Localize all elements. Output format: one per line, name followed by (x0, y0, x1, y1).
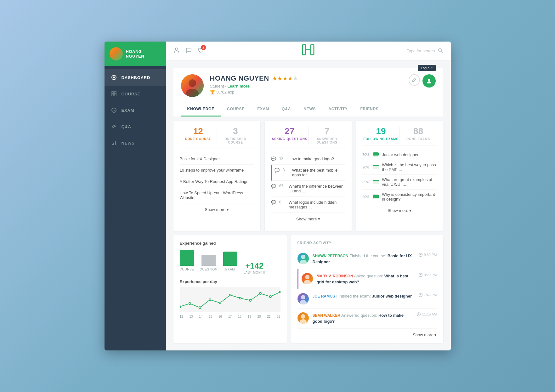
svg-point-30 (219, 302, 221, 304)
exp-per-day-title: Experience per day (180, 279, 280, 284)
unfinished-course-stat: 3 UNFINISHED COURSE (217, 127, 254, 144)
tab-friends[interactable]: FRIENDS (354, 102, 385, 116)
sidebar-username: HOANG NGUYEN (126, 49, 161, 59)
asking-label: ASKING QUESTIONS (271, 137, 308, 141)
svg-rect-4 (112, 94, 114, 96)
friend-name: SHAWN PETERSON (313, 254, 348, 258)
qa-show-more[interactable]: Show more ▾ (271, 213, 345, 225)
profile-exp: 🏆 8,782 exp (210, 90, 409, 94)
answered-questions-stat: 7 ANSWERED QUESTIONS (308, 127, 346, 144)
tab-qa[interactable]: Q&A (275, 102, 297, 116)
chart-label: 13 (189, 315, 193, 318)
star-5: ★ (293, 76, 298, 82)
signal-icon (111, 140, 117, 146)
exam-bar (373, 195, 379, 199)
topnav-icons: 2 (173, 47, 204, 55)
following-label: FOLLOWING EXAMS (362, 137, 399, 141)
list-item[interactable]: Basic for UX Designer (180, 153, 254, 165)
friend-time: 🕐 11:15 AM (416, 312, 437, 316)
chart-label: 14 (199, 315, 202, 318)
list-item[interactable]: A Better Way To Request App Ratings (180, 176, 254, 187)
profile-tabs: KNOWLEDGE COURSE EXAM Q&A NEWS ACTIVITY … (181, 102, 436, 116)
friends-show-more[interactable]: Show more ▾ (297, 329, 437, 337)
tab-activity[interactable]: ACTIVITY (322, 102, 354, 116)
list-item[interactable]: 💬 0 What logos include hidden messages .… (271, 197, 345, 213)
svg-rect-16 (303, 45, 306, 55)
notification-badge: 2 (201, 45, 206, 50)
tab-knowledge[interactable]: KNOWLEDGE (181, 102, 221, 116)
chart-label: 16 (218, 315, 222, 318)
friend-name: JOE RAMOS (313, 294, 335, 298)
done-course-stat: 12 DONE COURSE (180, 127, 217, 144)
avatar (297, 312, 309, 324)
svg-rect-13 (113, 143, 114, 145)
svg-point-36 (280, 291, 280, 293)
chart-label: 15 (209, 315, 212, 318)
profile-info: HOANG NGUYEN ★ ★ ★ ★ ★ Student · Learn m… (210, 74, 409, 94)
friend-info: JOE RAMOS Finished the exam: Junior web … (313, 293, 415, 299)
sidebar-header: HOANG NGUYEN (105, 42, 166, 66)
exam-stat-header: 19 FOLLOWING EXAMS 88 DONE EXAMS (362, 127, 437, 145)
logout-button[interactable] (422, 74, 436, 88)
qa-stat-header: 27 ASKING QUESTIONS 7 ANSWERED QUESTIONS (271, 127, 345, 149)
user-icon[interactable] (173, 47, 180, 55)
list-item[interactable]: 10 steps to Improve your wireframe (180, 165, 254, 176)
svg-point-22 (189, 79, 196, 87)
tab-news[interactable]: NEWS (297, 102, 322, 116)
list-item[interactable]: 70% Junior web designer (362, 150, 437, 160)
avatar (302, 273, 313, 284)
svg-rect-25 (180, 287, 280, 312)
svg-point-31 (229, 294, 231, 296)
exp-total-area: +142 LAST MONTH (244, 261, 265, 274)
sidebar-item-qa[interactable]: Q&A (105, 118, 166, 135)
exam-show-more[interactable]: Show more ▾ (362, 204, 437, 217)
svg-line-20 (441, 51, 443, 53)
chart-label: 18 (238, 315, 241, 318)
tab-course[interactable]: COURSE (221, 102, 251, 116)
done-exams-label: DONE EXAMS (400, 137, 437, 141)
list-item[interactable]: 💬 3 What are the best mobile apps for ..… (271, 165, 345, 181)
star-3: ★ (283, 76, 287, 82)
tab-exam[interactable]: EXAM (251, 102, 275, 116)
exam-stats-card: 19 FOLLOWING EXAMS 88 DONE EXAMS 70% (356, 121, 443, 231)
done-course-count: 12 (180, 127, 217, 136)
course-exp-bar: COURSE (180, 250, 194, 271)
friend-name: SEAN WALKER (313, 313, 341, 318)
list-item[interactable]: 20% Which is the best way to pass the PM… (362, 160, 437, 175)
edit-button[interactable] (409, 74, 420, 86)
sidebar-item-exam[interactable]: EXAM (105, 102, 166, 118)
experience-chart: 12 13 14 15 16 17 18 19 20 21 22 (180, 287, 280, 312)
list-item: MARY V. ROBINSON Asked question: What is… (297, 269, 437, 289)
sidebar-item-course[interactable]: COURSE (105, 86, 166, 102)
comment-icon[interactable] (185, 47, 192, 55)
sidebar-item-news[interactable]: NEWS (105, 135, 166, 151)
svg-rect-14 (115, 141, 116, 145)
courses-show-more[interactable]: Show more ▾ (180, 203, 254, 216)
search-area: Type for search (407, 48, 443, 54)
comment-icon: 💬 (271, 156, 276, 161)
svg-point-24 (428, 79, 430, 82)
search-icon[interactable] (438, 48, 443, 54)
search-placeholder: Type for search (407, 48, 435, 53)
grid-icon (111, 91, 117, 97)
heart-icon[interactable]: 2 (197, 47, 204, 55)
unfinished-course-count: 3 (217, 127, 254, 136)
chat-icon (111, 123, 117, 130)
star-4: ★ (288, 76, 292, 82)
svg-line-8 (114, 110, 115, 111)
chart-label: 19 (248, 315, 251, 318)
friend-time: 🕐 7:45 PM (418, 293, 437, 297)
learn-more-link[interactable]: Learn more (227, 84, 250, 88)
list-item: SHAWN PETERSON Finished the course: Basi… (297, 249, 437, 269)
list-item[interactable]: 💬 67 What's the difference between UI an… (271, 181, 345, 197)
clock-icon: 🕐 (418, 253, 423, 257)
chart-label: 17 (228, 315, 232, 318)
list-item[interactable]: 💬 12 How to make good logo? (271, 153, 345, 165)
sidebar-item-dashboard[interactable]: DASHBOARD (105, 69, 166, 86)
exam-progress: 35% (362, 180, 379, 184)
list-item[interactable]: 90% Why is consistency important in desi… (362, 190, 437, 204)
list-item[interactable]: How To Speed Up Your WordPress Website (180, 187, 254, 203)
list-item[interactable]: 35% What are great examples of viral UX/… (362, 175, 437, 190)
page-content: HOANG NGUYEN ★ ★ ★ ★ ★ Student · Learn m… (166, 60, 451, 350)
answered-label: ANSWERED QUESTIONS (309, 137, 346, 144)
